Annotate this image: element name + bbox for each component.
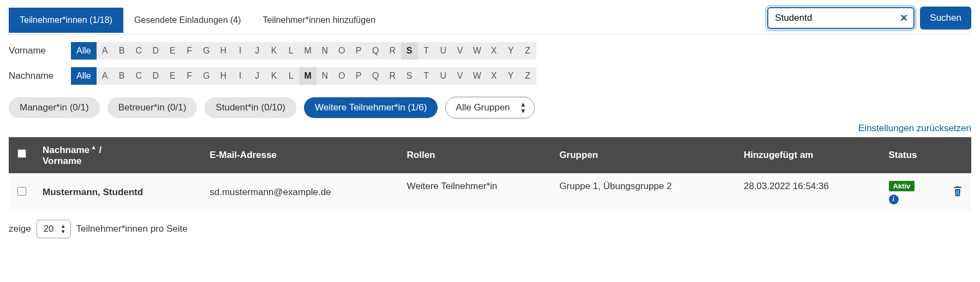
col-header-added[interactable]: Hinzugefügt am bbox=[736, 137, 881, 173]
select-all-checkbox[interactable] bbox=[17, 149, 26, 158]
col-header-status[interactable]: Status bbox=[881, 137, 944, 173]
sort-caret-icon: ▲▼ bbox=[520, 101, 527, 114]
vorname-label: Vorname bbox=[9, 45, 63, 56]
sort-caret-icon: ▲▼ bbox=[61, 224, 66, 234]
chip-weitere[interactable]: Weitere Teilnehmer*in (1/6) bbox=[304, 97, 438, 118]
row-roles: Weitere Teilnehmer*in bbox=[399, 173, 552, 212]
alpha-letter-z[interactable]: Z bbox=[519, 42, 536, 60]
page-size-select[interactable]: 20 ▲▼ bbox=[37, 220, 71, 238]
alpha-letter-d[interactable]: D bbox=[147, 42, 164, 60]
status-badge: Aktiv bbox=[889, 181, 915, 191]
alpha-letter-n[interactable]: N bbox=[316, 42, 333, 60]
group-select[interactable]: Alle Gruppen ▲▼ bbox=[445, 97, 534, 119]
alpha-letter-a[interactable]: A bbox=[97, 67, 113, 85]
alpha-letter-m[interactable]: M bbox=[300, 42, 316, 60]
chip-manager[interactable]: Manager*in (0/1) bbox=[9, 97, 100, 118]
alpha-letter-p[interactable]: P bbox=[350, 67, 367, 85]
alpha-letter-g[interactable]: G bbox=[198, 67, 215, 85]
row-added: 28.03.2022 16:54:36 bbox=[736, 173, 881, 212]
alpha-letter-o[interactable]: O bbox=[333, 67, 350, 85]
reset-settings-link[interactable]: Einstellungen zurücksetzen bbox=[858, 123, 971, 134]
alpha-letter-v[interactable]: V bbox=[452, 67, 469, 85]
pager-prefix: zeige bbox=[9, 224, 31, 234]
search-button[interactable]: Suchen bbox=[920, 7, 971, 30]
row-groups: Gruppe 1, Übungsgruppe 2 bbox=[552, 173, 736, 212]
alpha-letter-l[interactable]: L bbox=[283, 67, 300, 85]
alpha-letter-k[interactable]: K bbox=[266, 67, 283, 85]
group-select-label: Alle Gruppen bbox=[456, 102, 510, 113]
chip-student[interactable]: Student*in (0/10) bbox=[205, 97, 296, 118]
alpha-letter-h[interactable]: H bbox=[215, 42, 232, 60]
alpha-letter-e[interactable]: E bbox=[164, 42, 181, 60]
alpha-letter-d[interactable]: D bbox=[147, 67, 164, 85]
tab-participants[interactable]: Teilnehmer*innen (1/18) bbox=[9, 8, 123, 33]
alpha-letter-x[interactable]: X bbox=[486, 67, 503, 85]
main-tabs: Teilnehmer*innen (1/18) Gesendete Einlad… bbox=[9, 8, 386, 33]
alpha-letter-b[interactable]: B bbox=[113, 67, 130, 85]
pager-suffix: Teilnehmer*innen pro Seite bbox=[76, 224, 188, 234]
alpha-letter-m[interactable]: M bbox=[300, 67, 316, 85]
alpha-letter-r[interactable]: R bbox=[384, 67, 401, 85]
alpha-letter-y[interactable]: Y bbox=[503, 67, 519, 85]
alpha-letter-t[interactable]: T bbox=[418, 42, 435, 60]
table-row: Mustermann, Studentd sd.mustermann@examp… bbox=[9, 173, 971, 212]
clear-search-icon[interactable]: ✕ bbox=[900, 12, 908, 24]
tab-add-participants[interactable]: Teilnehmer*innen hinzufügen bbox=[252, 8, 386, 33]
tab-sent-invitations[interactable]: Gesendete Einladungen (4) bbox=[123, 8, 252, 33]
alpha-letter-w[interactable]: W bbox=[469, 42, 486, 60]
alpha-letter-u[interactable]: U bbox=[435, 42, 452, 60]
alpha-letter-w[interactable]: W bbox=[469, 67, 486, 85]
alpha-letter-g[interactable]: G bbox=[198, 42, 215, 60]
alpha-letter-f[interactable]: F bbox=[181, 67, 198, 85]
alpha-letter-i[interactable]: I bbox=[232, 67, 249, 85]
alpha-letter-r[interactable]: R bbox=[384, 42, 401, 60]
alpha-letter-o[interactable]: O bbox=[333, 42, 350, 60]
alpha-letter-u[interactable]: U bbox=[435, 67, 452, 85]
alpha-letter-l[interactable]: L bbox=[283, 42, 300, 60]
col-header-groups[interactable]: Gruppen bbox=[552, 137, 736, 173]
alpha-letter-s[interactable]: S bbox=[401, 42, 418, 60]
nachname-label: Nachname bbox=[9, 70, 63, 81]
nachname-alpha-filter: AlleABCDEFGHIJKLMNOPQRSTUVWXYZ bbox=[71, 67, 536, 85]
trash-icon[interactable] bbox=[953, 189, 963, 199]
row-name[interactable]: Mustermann, Studentd bbox=[35, 173, 202, 212]
alpha-letter-s[interactable]: S bbox=[401, 67, 418, 85]
alpha-letter-q[interactable]: Q bbox=[367, 42, 384, 60]
row-email: sd.mustermann@example.de bbox=[202, 173, 399, 212]
col-header-email[interactable]: E-Mail-Adresse bbox=[202, 137, 399, 173]
info-icon[interactable]: i bbox=[889, 195, 899, 204]
alpha-all[interactable]: Alle bbox=[71, 42, 97, 60]
alpha-letter-f[interactable]: F bbox=[181, 42, 198, 60]
alpha-letter-c[interactable]: C bbox=[130, 42, 147, 60]
sort-asc-icon: ▲ bbox=[91, 144, 97, 150]
alpha-letter-e[interactable]: E bbox=[164, 67, 181, 85]
alpha-letter-x[interactable]: X bbox=[486, 42, 503, 60]
alpha-letter-p[interactable]: P bbox=[350, 42, 367, 60]
alpha-letter-q[interactable]: Q bbox=[367, 67, 384, 85]
alpha-letter-b[interactable]: B bbox=[113, 42, 130, 60]
alpha-letter-i[interactable]: I bbox=[232, 42, 249, 60]
search-input[interactable] bbox=[775, 13, 892, 24]
alpha-letter-n[interactable]: N bbox=[316, 67, 333, 85]
alpha-letter-c[interactable]: C bbox=[130, 67, 147, 85]
chip-betreuer[interactable]: Betreuer*in (0/1) bbox=[107, 97, 198, 118]
alpha-letter-h[interactable]: H bbox=[215, 67, 232, 85]
col-header-roles[interactable]: Rollen bbox=[399, 137, 552, 173]
alpha-letter-a[interactable]: A bbox=[97, 42, 113, 60]
alpha-letter-v[interactable]: V bbox=[452, 42, 469, 60]
col-header-name[interactable]: Nachname▲ / Vorname bbox=[35, 137, 202, 173]
alpha-letter-j[interactable]: J bbox=[249, 67, 266, 85]
search-field-wrapper: ✕ bbox=[767, 7, 915, 29]
alpha-letter-z[interactable]: Z bbox=[519, 67, 536, 85]
alpha-letter-k[interactable]: K bbox=[266, 42, 283, 60]
alpha-letter-y[interactable]: Y bbox=[503, 42, 519, 60]
vorname-alpha-filter: AlleABCDEFGHIJKLMNOPQRSTUVWXYZ bbox=[71, 42, 536, 60]
row-checkbox[interactable] bbox=[17, 187, 26, 196]
alpha-all[interactable]: Alle bbox=[71, 67, 97, 85]
alpha-letter-t[interactable]: T bbox=[418, 67, 435, 85]
alpha-letter-j[interactable]: J bbox=[249, 42, 266, 60]
